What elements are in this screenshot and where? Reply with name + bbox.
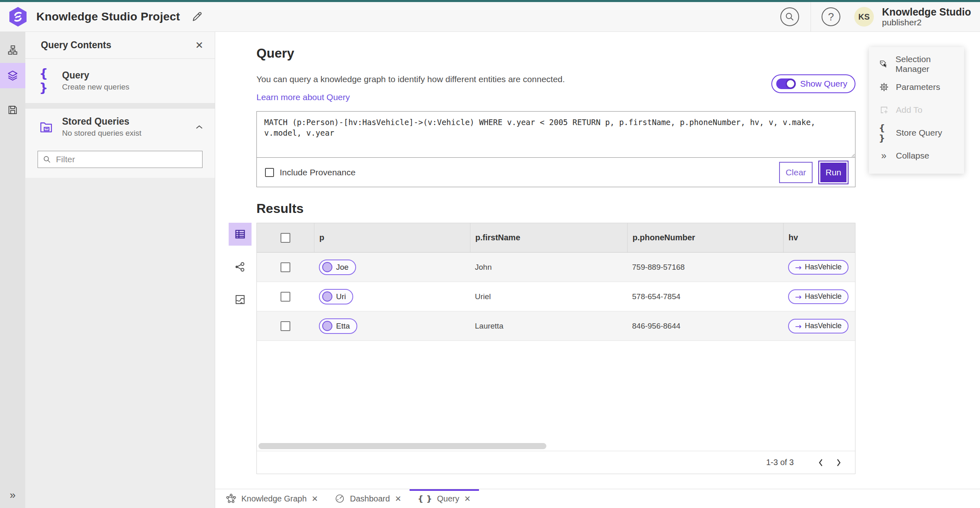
node-dot-icon	[322, 262, 332, 272]
user-name: publisher2	[882, 18, 971, 27]
rail-item-explore[interactable]	[0, 38, 25, 63]
select-all-cell	[257, 223, 314, 252]
tab-query[interactable]: { } Query ✕	[410, 489, 479, 508]
app-window: Knowledge Studio Project ? KS Knowledge …	[0, 0, 980, 508]
search-button[interactable]	[780, 7, 799, 26]
tab-dashboard[interactable]: Dashboard ✕	[326, 489, 410, 508]
filter-container	[25, 146, 215, 178]
row-checkbox[interactable]	[281, 262, 290, 272]
map-view-button[interactable]	[229, 288, 252, 311]
table-row: Etta Lauretta 846-956-8644 →HasVehicle	[257, 311, 855, 341]
edge-pill[interactable]: →HasVehicle	[788, 289, 849, 304]
tab-label: Knowledge Graph	[241, 494, 307, 504]
results-title: Results	[256, 201, 304, 216]
add-to-icon	[879, 105, 889, 115]
parameters-button[interactable]: Parameters	[869, 76, 964, 98]
select-all-checkbox[interactable]	[281, 233, 290, 243]
save-icon	[7, 105, 18, 115]
app-logo-icon[interactable]	[9, 7, 27, 27]
main-area: Query You can query a knowledge graph to…	[215, 32, 980, 508]
scrollbar-thumb[interactable]	[258, 443, 546, 449]
previous-page-button[interactable]	[812, 454, 830, 472]
table-footer: 1-3 of 3	[257, 451, 855, 474]
add-to-label: Add To	[896, 105, 922, 115]
close-tab-icon[interactable]: ✕	[312, 494, 318, 504]
node-label: Uri	[336, 292, 346, 301]
show-query-label: Show Query	[800, 79, 847, 89]
node-pill[interactable]: Etta	[319, 318, 357, 334]
next-page-button[interactable]	[830, 454, 848, 472]
expand-rail-button[interactable]: »	[0, 485, 25, 505]
panel-item-stored-queries[interactable]: Stored Queries No stored queries exist	[25, 109, 215, 146]
clear-button[interactable]: Clear	[779, 162, 813, 183]
parameters-label: Parameters	[896, 82, 940, 92]
row-checkbox[interactable]	[281, 292, 290, 302]
selection-manager-label: Selection Manager	[895, 54, 964, 74]
topbar-divider	[811, 2, 811, 32]
column-header-p[interactable]: p	[314, 223, 470, 252]
node-dot-icon	[322, 291, 332, 302]
result-view-switcher	[229, 223, 252, 321]
node-label: Joe	[336, 263, 349, 272]
panel-close-icon[interactable]: ✕	[195, 40, 203, 51]
learn-more-link[interactable]: Learn more about Query	[256, 92, 350, 102]
node-pill[interactable]: Uri	[319, 289, 353, 304]
tab-knowledge-graph[interactable]: Knowledge Graph ✕	[218, 489, 326, 508]
table-row: Joe John 759-889-57168 →HasVehicle	[257, 253, 855, 282]
pagination-range: 1-3 of 3	[766, 458, 794, 467]
edge-arrow-icon: →	[795, 263, 802, 272]
query-input[interactable]: MATCH (p:Person)-[hv:HasVehicle]->(v:Veh…	[257, 112, 855, 158]
node-pill[interactable]: Joe	[319, 260, 356, 275]
collapse-panel-button[interactable]: » Collapse	[869, 144, 964, 167]
column-header-firstname[interactable]: p.firstName	[470, 223, 627, 252]
table-empty-area	[257, 341, 855, 442]
cell-firstname: Lauretta	[470, 311, 627, 340]
panel-item-query[interactable]: { } Query Create new queries	[25, 59, 215, 103]
edge-pill[interactable]: →HasVehicle	[788, 260, 849, 275]
column-header-phonenumber[interactable]: p.phoneNumber	[627, 223, 783, 252]
filter-input[interactable]	[56, 154, 197, 164]
braces-icon: { }	[879, 123, 889, 143]
panel-item-query-subtitle: Create new queries	[62, 83, 129, 92]
edit-title-icon[interactable]	[191, 11, 203, 23]
help-button[interactable]: ?	[822, 7, 840, 26]
query-actions-row: Include Provenance Clear Run	[257, 158, 855, 187]
show-query-toggle[interactable]: Show Query	[771, 74, 855, 93]
column-header-hv[interactable]: hv	[783, 223, 855, 252]
stored-queries-subtitle: No stored queries exist	[62, 129, 141, 138]
filter-field[interactable]	[38, 151, 203, 168]
table-icon	[234, 228, 246, 240]
query-page: Query You can query a knowledge graph to…	[256, 32, 855, 508]
store-query-button[interactable]: { } Store Query	[869, 121, 964, 144]
rail-item-save[interactable]	[0, 97, 25, 123]
selection-manager-button[interactable]: Selection Manager	[869, 53, 964, 76]
knowledge-graph-icon	[226, 493, 236, 504]
braces-icon: { }	[418, 494, 432, 504]
table-view-button[interactable]	[229, 223, 252, 246]
results-table-header: p p.firstName p.phoneNumber hv	[257, 223, 855, 253]
edge-pill[interactable]: →HasVehicle	[788, 319, 849, 333]
rail-item-contents[interactable]	[0, 63, 25, 88]
search-icon	[785, 12, 795, 22]
stored-queries-title: Stored Queries	[62, 116, 141, 127]
graph-view-button[interactable]	[229, 255, 252, 278]
bottom-tab-bar: Knowledge Graph ✕ Dashboard ✕ { } Query …	[215, 489, 980, 508]
horizontal-scrollbar	[257, 442, 855, 451]
gear-icon	[879, 82, 889, 92]
run-button[interactable]: Run	[818, 161, 849, 184]
project-title: Knowledge Studio Project	[36, 10, 180, 23]
tab-label: Dashboard	[350, 494, 390, 504]
row-checkbox[interactable]	[281, 321, 290, 331]
panel-top: Query Contents ✕ { } Query Create new qu…	[25, 32, 215, 178]
include-provenance-checkbox[interactable]	[265, 168, 274, 177]
avatar[interactable]: KS	[854, 7, 874, 27]
hierarchy-icon	[7, 45, 18, 56]
close-tab-icon[interactable]: ✕	[464, 494, 471, 504]
store-query-label: Store Query	[896, 128, 942, 138]
stored-queries-folder-icon	[39, 121, 62, 133]
collapse-label: Collapse	[896, 151, 929, 161]
collapse-section-chevron-icon[interactable]	[195, 124, 203, 130]
query-tools-flyout: Selection Manager Paramete	[869, 47, 964, 174]
close-tab-icon[interactable]: ✕	[395, 494, 401, 504]
query-editor-container: MATCH (p:Person)-[hv:HasVehicle]->(v:Veh…	[256, 111, 855, 187]
